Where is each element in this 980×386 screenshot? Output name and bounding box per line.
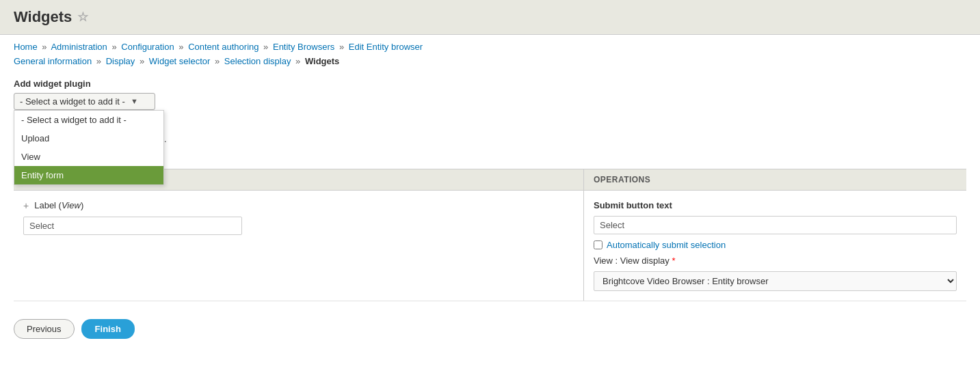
- submit-button-text-input[interactable]: [594, 216, 957, 234]
- breadcrumb-administration[interactable]: Administration: [51, 42, 107, 52]
- table-row: + Label (View) Submit button text Automa…: [14, 191, 966, 301]
- view-display-label: View : View display *: [594, 256, 957, 266]
- drag-handle-icon[interactable]: +: [23, 200, 29, 211]
- breadcrumb-selection-display[interactable]: Selection display: [224, 56, 291, 66]
- auto-submit-row: Automatically submit selection: [594, 240, 957, 250]
- star-icon[interactable]: ☆: [77, 10, 88, 25]
- finish-button[interactable]: Finish: [81, 319, 135, 339]
- dropdown-selected-text: - Select a widget to add it -: [20, 96, 125, 107]
- dropdown-item-none[interactable]: - Select a widget to add it -: [14, 111, 163, 129]
- td-form: + Label (View): [14, 191, 583, 301]
- breadcrumb-widget-selector[interactable]: Widget selector: [149, 56, 211, 66]
- breadcrumb-current-widgets: Widgets: [305, 56, 339, 66]
- add-widget-label: Add widget plugin: [14, 79, 966, 89]
- form-label-text: Label (View): [34, 200, 83, 210]
- widgets-table: FORM OPERATIONS + Label (View) Submit bu…: [14, 169, 966, 301]
- dropdown-menu: - Select a widget to add it - Upload Vie…: [14, 110, 164, 185]
- chevron-down-icon: ▼: [131, 97, 138, 105]
- dropdown-item-upload[interactable]: Upload: [14, 129, 163, 148]
- breadcrumb-line1: Home » Administration » Configuration » …: [14, 40, 966, 55]
- breadcrumb-line2: General information » Display » Widget s…: [14, 55, 966, 69]
- content-area: Add widget plugin - Select a widget to a…: [0, 72, 980, 308]
- breadcrumb-configuration[interactable]: Configuration: [121, 42, 174, 52]
- label-row: + Label (View): [23, 200, 574, 211]
- auto-submit-label: Automatically submit selection: [607, 240, 726, 250]
- breadcrumb-edit-entity-browser[interactable]: Edit Entity browser: [349, 42, 423, 52]
- th-operations: OPERATIONS: [583, 169, 966, 190]
- dropdown-item-entity-form[interactable]: Entity form: [14, 166, 163, 184]
- footer-buttons: Previous Finish: [0, 308, 980, 350]
- breadcrumb-content-authoring[interactable]: Content authoring: [188, 42, 259, 52]
- previous-button[interactable]: Previous: [14, 319, 75, 339]
- breadcrumb-home[interactable]: Home: [14, 42, 38, 52]
- auto-submit-checkbox[interactable]: [594, 240, 602, 249]
- view-display-select[interactable]: Brightcove Video Browser : Entity browse…: [594, 271, 957, 291]
- submit-button-text-label: Submit button text: [594, 200, 957, 210]
- breadcrumb-display[interactable]: Display: [106, 56, 135, 66]
- add-widget-dropdown-wrapper: - Select a widget to add it - ▼ - Select…: [14, 93, 155, 110]
- breadcrumb-general-info[interactable]: General information: [14, 56, 92, 66]
- breadcrumb-entity-browsers[interactable]: Entity Browsers: [273, 42, 334, 52]
- add-widget-dropdown-btn[interactable]: - Select a widget to add it - ▼: [14, 93, 155, 110]
- page-title: Widgets ☆: [14, 8, 966, 26]
- td-operations: Submit button text Automatically submit …: [583, 191, 966, 301]
- page-header: Widgets ☆: [0, 0, 980, 35]
- form-label-input[interactable]: [23, 217, 242, 235]
- breadcrumb-area: Home » Administration » Configuration » …: [0, 35, 980, 72]
- dropdown-item-view[interactable]: View: [14, 148, 163, 166]
- add-widget-section: Add widget plugin - Select a widget to a…: [14, 79, 966, 110]
- required-star: *: [672, 256, 675, 266]
- title-text: Widgets: [14, 8, 72, 26]
